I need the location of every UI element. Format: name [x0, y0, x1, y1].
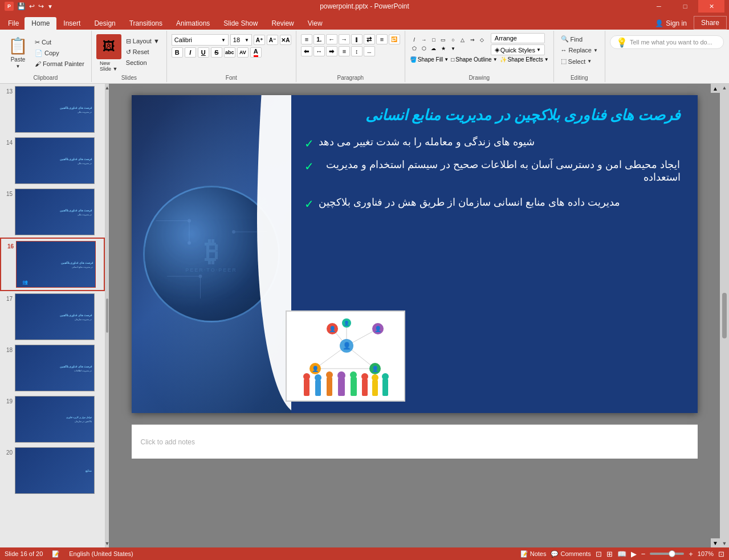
numbered-list-btn[interactable]: 1. [313, 34, 325, 44]
shape-rect[interactable]: □ [429, 36, 438, 44]
tab-home[interactable]: Home [25, 17, 56, 30]
shape-diamond[interactable]: ◇ [478, 36, 487, 44]
zoom-in-btn[interactable]: + [689, 550, 693, 558]
align-right-btn[interactable]: ➡ [326, 46, 337, 56]
reading-view-btn[interactable]: 📖 [617, 550, 626, 558]
comments-btn[interactable]: 💬 Comments [551, 550, 590, 558]
tab-file[interactable]: File [2, 17, 25, 30]
tell-me-input[interactable]: 💡 Tell me what you want to do... [610, 35, 724, 49]
find-btn[interactable]: 🔍 Find [559, 34, 600, 44]
redo-icon[interactable]: ↪ [38, 2, 44, 10]
bold-btn[interactable]: B [172, 47, 183, 58]
tab-insert[interactable]: Insert [56, 17, 87, 30]
font-size-decrease-btn[interactable]: A⁻ [267, 35, 278, 45]
notes-btn[interactable]: 📝 Notes [520, 550, 547, 558]
columns-btn[interactable]: ⫿ [351, 34, 363, 44]
select-btn[interactable]: ⬚ Select ▼ [559, 56, 600, 66]
paste-btn[interactable]: 📋 Paste ▼ [5, 34, 31, 71]
shape-oval[interactable]: ○ [449, 36, 458, 44]
shape-triangle[interactable]: △ [458, 36, 467, 44]
justify-btn[interactable]: ≡ [339, 46, 350, 56]
layout-btn[interactable]: ⊟ Layout ▼ [124, 36, 162, 46]
shape-rounded-rect[interactable]: ▭ [439, 36, 448, 44]
notes-area[interactable]: Click to add notes [132, 424, 698, 459]
slide-scrollbar-thumb[interactable] [106, 299, 108, 333]
close-btn[interactable]: ✕ [698, 0, 724, 13]
slide-item-17[interactable]: 17 فرصت های فناوری بلاکچین در مدیریت ساز… [0, 291, 105, 342]
customize-icon[interactable]: ▼ [47, 3, 53, 10]
shape-arrow[interactable]: → [420, 36, 429, 44]
shape-fill-btn[interactable]: 🪣 Shape Fill ▼ [410, 56, 449, 63]
right-scroll-down[interactable]: ▼ [722, 541, 727, 546]
slide-item-13[interactable]: 13 فرصت های فناوری بلاکچین در مدیریت مال… [0, 84, 105, 135]
font-color-btn[interactable]: A [250, 47, 262, 58]
shape-pentagon[interactable]: ⬠ [410, 44, 419, 52]
slide-item-18[interactable]: 18 فرصت های فناوری بلاکچین در مدیریت اطل… [0, 342, 105, 394]
shape-more[interactable]: ▼ [449, 44, 458, 52]
shape-effects-btn[interactable]: ✨ Shape Effects ▼ [500, 56, 549, 63]
slide-item-15[interactable]: 15 فرصت های فناوری بلاکچین در مدیریت مال… [0, 186, 105, 238]
tab-slideshow[interactable]: Slide Show [217, 17, 264, 30]
align-left-btn[interactable]: ⬅ [301, 46, 312, 56]
slide-item-16[interactable]: 16 فرصت های فناوری بلاکچین در مدیریت منا… [0, 238, 105, 291]
format-painter-btn[interactable]: 🖌 Format Painter [32, 59, 87, 68]
undo-icon[interactable]: ↩ [29, 2, 35, 10]
slide-item-20[interactable]: 20 منابع [0, 445, 105, 496]
shape-star[interactable]: ★ [439, 44, 448, 52]
new-slide-btn[interactable]: 🖼 [96, 34, 121, 59]
minimize-btn[interactable]: ─ [646, 0, 672, 13]
decrease-indent-btn[interactable]: ← [326, 34, 337, 44]
zoom-level[interactable]: 107% [698, 550, 714, 557]
zoom-out-btn[interactable]: − [641, 550, 646, 558]
zoom-slider[interactable] [650, 553, 684, 555]
section-btn[interactable]: Section [124, 58, 162, 67]
shape-outline-btn[interactable]: □ Shape Outline ▼ [451, 56, 497, 63]
fit-slide-btn[interactable]: ⊡ [718, 550, 724, 558]
right-scrollbar-thumb[interactable] [722, 293, 727, 338]
quick-save-icon[interactable]: 💾 [17, 2, 26, 10]
shape-rtarrow[interactable]: ⇒ [468, 36, 477, 44]
tab-view[interactable]: View [301, 17, 329, 30]
slide-canvas[interactable]: ₿ PEER·TO·PEER [132, 95, 698, 413]
clear-formatting-btn[interactable]: ✕A [280, 35, 291, 45]
font-size-increase-btn[interactable]: A⁺ [254, 35, 265, 45]
reset-btn[interactable]: ↺ Reset [124, 47, 162, 57]
shape-line[interactable]: / [410, 36, 419, 44]
canvas-scroll-up[interactable]: ▲ [711, 84, 720, 93]
cut-btn[interactable]: ✂ Cut [32, 38, 87, 47]
tab-transitions[interactable]: Transitions [123, 17, 169, 30]
italic-btn[interactable]: I [185, 47, 196, 58]
tab-design[interactable]: Design [87, 17, 122, 30]
sign-in-btn[interactable]: 👤 Sign in [648, 17, 694, 30]
maximize-btn[interactable]: □ [672, 0, 698, 13]
right-scroll-up[interactable]: ▲ [722, 85, 727, 91]
shape-cloud[interactable]: ☁ [429, 44, 438, 52]
replace-btn[interactable]: ↔ Replace ▼ [559, 46, 600, 55]
font-size-dropdown[interactable]: 18 ▼ [230, 34, 252, 46]
quick-styles-btn[interactable]: ◈ Quick Styles ▼ [491, 44, 545, 55]
presentation-btn[interactable]: ▶ [631, 550, 637, 558]
slide-sorter-btn[interactable]: ⊞ [606, 550, 613, 558]
shape-hexagon[interactable]: ⬡ [420, 44, 429, 52]
underline-btn[interactable]: U [198, 47, 209, 58]
tab-animations[interactable]: Animations [169, 17, 217, 30]
share-btn[interactable]: Share [694, 16, 727, 30]
more-para-btn[interactable]: ... [364, 46, 375, 56]
slide-item-14[interactable]: 14 فرصت های فناوری بلاکچین در مدیریت مال… [0, 135, 105, 186]
line-spacing-btn[interactable]: ↕ [351, 46, 363, 56]
tab-review[interactable]: Review [264, 17, 300, 30]
font-family-dropdown[interactable]: Calibri ▼ [172, 34, 229, 46]
align-center-btn[interactable]: ↔ [313, 46, 325, 56]
increase-indent-btn[interactable]: → [339, 34, 350, 44]
char-spacing-btn[interactable]: AV [237, 47, 249, 58]
allcaps-btn[interactable]: abc [224, 47, 235, 58]
normal-view-btn[interactable]: ⊡ [596, 550, 602, 558]
text-direction-btn[interactable]: ⇄ [364, 34, 375, 44]
slide-item-19[interactable]: 19 عوامل موثر بر کاربرد فناوری بلاکچین د… [0, 394, 105, 445]
bullet-list-btn[interactable]: ≡ [301, 34, 312, 44]
canvas-scroll-down[interactable]: ▼ [711, 538, 720, 547]
arrange-btn[interactable]: Arrange [491, 33, 545, 43]
strikethrough-btn[interactable]: S [211, 47, 222, 58]
copy-btn[interactable]: 📄 Copy [32, 48, 87, 58]
align-text-btn[interactable]: ≡ [376, 34, 388, 44]
